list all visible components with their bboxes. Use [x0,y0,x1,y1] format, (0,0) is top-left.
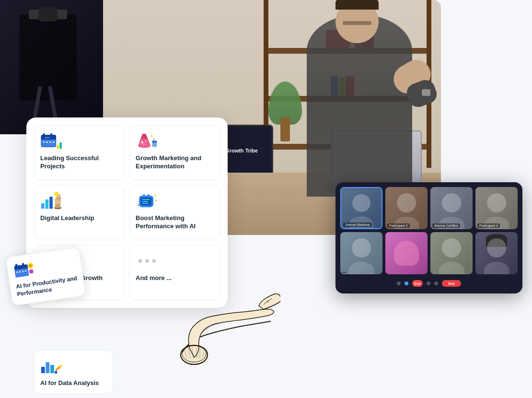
floating-ai-productivity-card[interactable]: AI for Productivity and Performance [6,247,86,306]
bar-chart-ai-icon [40,357,63,375]
camera-equipment-area [0,0,103,134]
svg-point-38 [143,194,145,197]
svg-point-17 [143,143,145,145]
svg-rect-63 [19,271,21,272]
svg-rect-4 [50,133,52,137]
chess-chart-icon [40,192,63,210]
svg-rect-7 [49,141,51,143]
end-call-button[interactable]: End [412,280,423,287]
svg-point-16 [145,141,147,142]
svg-rect-54 [46,362,50,373]
monitor-logo-text: Growth Tribe [225,148,258,154]
ai-robot-icon [136,192,159,210]
card-ai-data-analysis[interactable]: AI for Data Analysis [34,350,113,394]
card-leading-projects-label: Leading Successful Projects [40,154,118,171]
svg-rect-55 [50,365,54,373]
video-grid: Samuel Barbosa Participant 2 Alisone Cer… [340,187,518,274]
svg-point-39 [147,194,150,197]
flask-icon [136,132,159,150]
video-cell-5 [340,232,382,274]
video-cell-8 [475,232,518,274]
video-call-panel: Samuel Barbosa Participant 2 Alisone Cer… [335,182,522,293]
participant-2-label: Participant 2 [387,223,410,228]
svg-point-42 [138,204,139,206]
svg-point-14 [139,144,150,148]
svg-point-56 [55,371,58,374]
participant-4-label: Participant 4 [477,223,500,228]
card-leading-projects[interactable]: Leading Successful Projects [34,125,125,180]
svg-rect-62 [16,271,18,273]
svg-point-51 [145,259,149,263]
svg-rect-5 [43,141,45,143]
svg-rect-2 [41,140,56,147]
card-growth-marketing-label: Growth Marketing and Experimentation [136,154,214,171]
svg-rect-10 [59,142,62,149]
svg-point-15 [141,141,143,143]
video-cell-7 [430,232,473,274]
svg-rect-53 [41,367,45,373]
end-call-red-button[interactable]: End [442,280,461,287]
svg-point-40 [154,195,156,197]
video-cell-facilitator: Samuel Barbosa [340,187,382,229]
svg-rect-25 [49,197,53,209]
video-controls: End End [340,278,518,289]
video-cell-4: Participant 4 [475,187,518,229]
svg-point-52 [152,259,156,263]
card-boost-marketing-label: Boost Marketing Performance with AI [136,214,214,231]
ctrl-dot-1 [397,281,401,285]
video-cell-3: Alisone Cerfillos [430,187,473,229]
hand-illustration [177,273,283,379]
svg-rect-3 [43,133,45,137]
svg-rect-68 [29,269,34,274]
svg-rect-6 [46,141,48,143]
svg-rect-65 [25,270,26,272]
card-ai-data-label: AI for Data Analysis [40,379,107,387]
svg-rect-24 [46,199,49,209]
svg-rect-9 [57,145,59,149]
svg-rect-23 [41,203,45,209]
video-cell-2: Participant 2 [385,187,428,229]
svg-point-41 [155,200,157,201]
svg-rect-8 [53,141,55,143]
card-boost-marketing[interactable]: Boost Marketing Performance with AI [129,185,220,240]
ctrl-dot-3 [427,281,430,285]
card-growth-marketing[interactable]: Growth Marketing and Experimentation [129,125,220,180]
svg-point-19 [153,139,155,140]
svg-point-50 [139,259,142,263]
svg-rect-64 [22,270,23,272]
productivity-card-icon [13,260,36,281]
dots-icon [136,252,159,269]
end-call-label: End [414,282,420,285]
calendar-icon [40,132,63,150]
svg-rect-22 [152,140,157,143]
svg-point-18 [151,135,153,137]
end-label: End [448,282,454,285]
card-digital-leadership-label: Digital Leadership [40,214,118,222]
svg-point-31 [54,192,59,196]
card-digital-leadership[interactable]: Digital Leadership [34,185,125,240]
participant-3-label: Alisone Cerfillos [432,223,460,228]
participant-5-label [342,272,346,273]
ctrl-dot-2[interactable] [405,281,408,285]
video-cell-6 [385,232,428,274]
facilitator-label: Samuel Barbosa [343,222,372,227]
ctrl-dot-4 [434,281,438,285]
